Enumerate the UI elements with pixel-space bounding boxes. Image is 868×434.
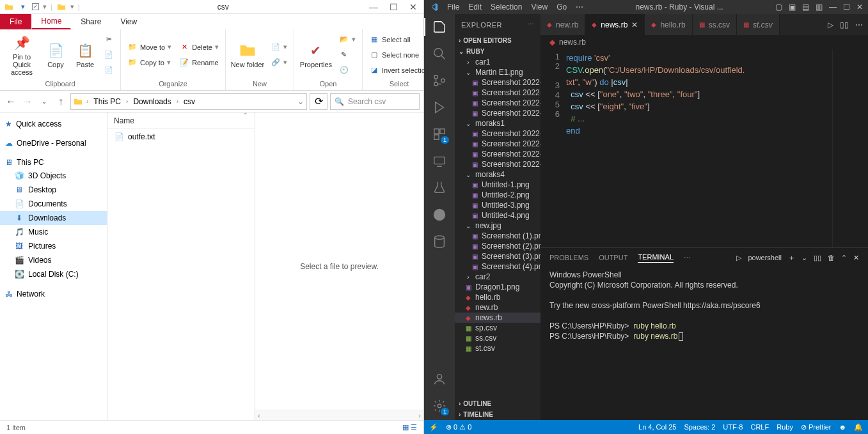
- horizontal-scrollbar[interactable]: ‹›: [255, 410, 423, 420]
- tree-item[interactable]: ◆hello.rb: [455, 292, 541, 302]
- delete-button[interactable]: ✕Delete▾: [177, 41, 221, 54]
- edit-button[interactable]: ✎: [336, 49, 358, 61]
- prettier[interactable]: ⊘ Prettier: [801, 423, 832, 431]
- tree-item[interactable]: ▣Dragon1.png: [455, 282, 541, 292]
- copypath-button[interactable]: 📄: [101, 49, 116, 61]
- crumb[interactable]: Downloads: [132, 97, 172, 106]
- close-tab-button[interactable]: ✕: [631, 20, 638, 29]
- history-button[interactable]: 🕘: [336, 64, 358, 77]
- tree-item[interactable]: ▣Untitled-1.png: [455, 180, 541, 190]
- nav-item[interactable]: 📄Documents: [0, 197, 107, 211]
- nav-item[interactable]: 🎬Videos: [0, 253, 107, 267]
- github-icon[interactable]: [432, 207, 447, 222]
- tab-view[interactable]: View: [111, 14, 146, 29]
- settings-icon[interactable]: 1: [432, 398, 447, 414]
- tree-item[interactable]: ›car2: [455, 272, 541, 282]
- copyto-button[interactable]: 📁Copy to▾: [125, 56, 174, 69]
- editor-tab[interactable]: ◆news.rb✕: [585, 14, 645, 35]
- tree-item[interactable]: ▣Screenshot 2022-01-...: [455, 139, 541, 149]
- explorer-icon[interactable]: [432, 19, 447, 35]
- paste-button[interactable]: 📋 Paste: [72, 32, 99, 78]
- properties-button[interactable]: ✔ Properties: [298, 32, 334, 78]
- layout-icon[interactable]: ▥: [816, 3, 823, 12]
- crumb[interactable]: csv: [182, 97, 196, 106]
- menu-selection[interactable]: Selection: [491, 3, 522, 12]
- tree-item[interactable]: ▣Screenshot (2).png: [455, 241, 541, 251]
- tree-item[interactable]: ▣Screenshot (1).png: [455, 231, 541, 241]
- menu-file[interactable]: File: [447, 3, 459, 12]
- tree-item[interactable]: ▣Untitled-2.png: [455, 190, 541, 200]
- invert-button[interactable]: ◪Invert selection: [367, 64, 432, 77]
- eol[interactable]: CRLF: [750, 423, 769, 431]
- pin-quickaccess-button[interactable]: 📌 Pin to Quick access: [4, 32, 40, 78]
- cut-button[interactable]: ✂: [101, 33, 116, 46]
- network[interactable]: 🖧Network: [0, 288, 107, 300]
- extensions-icon[interactable]: 1: [432, 127, 447, 142]
- tree-item[interactable]: ▣Screenshot 2022-02-...: [455, 159, 541, 169]
- up-button[interactable]: ↑: [54, 95, 68, 109]
- nav-item[interactable]: 🎵Music: [0, 225, 107, 239]
- editor[interactable]: 12 3456 require 'csv' CSV.open("C:/Users…: [541, 49, 868, 247]
- pasteshortcut-button[interactable]: 📄: [101, 64, 116, 77]
- maximize-button[interactable]: ☐: [390, 2, 398, 12]
- layout-icon[interactable]: ▤: [802, 3, 809, 12]
- tree-item[interactable]: ▣Screenshot 2022-02-...: [455, 108, 541, 118]
- address-bar[interactable]: › This PC› Downloads› csv ⌄: [70, 93, 307, 110]
- account-icon[interactable]: [432, 371, 447, 387]
- panel-problems[interactable]: PROBLEMS: [549, 254, 588, 261]
- scm-icon[interactable]: [432, 73, 447, 88]
- tree-item[interactable]: ▣Screenshot 2022-02-...: [455, 88, 541, 98]
- editor-tab[interactable]: ◆new.rb: [541, 14, 585, 35]
- feedback-icon[interactable]: ☻: [839, 423, 846, 431]
- tree-item[interactable]: ⌄Martin E1.png: [455, 67, 541, 77]
- copy-button[interactable]: 📄 Copy: [42, 32, 69, 78]
- tree-item[interactable]: ▦sp.csv: [455, 323, 541, 333]
- tree-item[interactable]: ⌄moraks1: [455, 118, 541, 128]
- quick-access[interactable]: ★Quick access: [0, 118, 107, 130]
- file-row[interactable]: 📄 outfe.txt: [107, 129, 255, 144]
- rename-button[interactable]: 📝Rename: [177, 56, 221, 69]
- tree-item[interactable]: ◆news.rb: [455, 313, 541, 323]
- bell-icon[interactable]: 🔔: [854, 423, 863, 431]
- search-icon[interactable]: [432, 46, 447, 61]
- outline-section[interactable]: ›OUTLINE: [455, 398, 541, 409]
- nav-item[interactable]: 🧊3D Objects: [0, 169, 107, 183]
- root-section[interactable]: ⌄RUBY: [455, 46, 541, 57]
- timeline-section[interactable]: ›TIMELINE: [455, 409, 541, 420]
- moveto-button[interactable]: 📁Move to▾: [125, 41, 174, 54]
- editor-tab[interactable]: ◆hello.rb: [645, 14, 692, 35]
- tree-item[interactable]: ▣Screenshot (3).png: [455, 251, 541, 261]
- refresh-button[interactable]: ⟳: [310, 93, 327, 110]
- tree-item[interactable]: ▣Screenshot 2022-01-...: [455, 128, 541, 139]
- tree-item[interactable]: ⌄moraks4: [455, 169, 541, 180]
- newitem-button[interactable]: 📄▾: [268, 41, 290, 54]
- chevron-down-icon[interactable]: ⌄: [801, 254, 807, 262]
- minimize-button[interactable]: —: [829, 3, 837, 12]
- errors-button[interactable]: ⊗ 0 ⚠ 0: [446, 423, 471, 431]
- tree-item[interactable]: ▦st.csv: [455, 343, 541, 353]
- tree-item[interactable]: ▣Screenshot (4).png: [455, 261, 541, 272]
- maximize-button[interactable]: ☐: [843, 3, 850, 12]
- crumb[interactable]: This PC: [92, 97, 122, 106]
- nav-item[interactable]: 🖥Desktop: [0, 183, 107, 197]
- editor-tab[interactable]: ▦st.csv: [737, 14, 780, 35]
- editor-tab[interactable]: ▦ss.csv: [693, 14, 737, 35]
- open-button[interactable]: 📂▾: [336, 33, 358, 46]
- minimap[interactable]: [832, 49, 868, 247]
- tree-item[interactable]: ▣Untitled-4.png: [455, 210, 541, 221]
- selectall-button[interactable]: ▦Select all: [367, 33, 432, 46]
- easyaccess-button[interactable]: 🔗▾: [268, 56, 290, 69]
- menu-more[interactable]: ⋯: [576, 3, 583, 12]
- more-icon[interactable]: ⋯: [855, 20, 863, 29]
- nav-item-downloads[interactable]: ⬇Downloads: [0, 211, 107, 225]
- checkbox-icon[interactable]: ✓: [32, 3, 39, 10]
- test-icon[interactable]: [432, 180, 447, 196]
- remote-icon[interactable]: [432, 153, 447, 169]
- minimize-button[interactable]: —: [369, 2, 378, 12]
- panel-more[interactable]: ⋯: [684, 254, 691, 262]
- menu-view[interactable]: View: [531, 3, 548, 12]
- debug-icon[interactable]: [432, 100, 447, 115]
- menu-go[interactable]: Go: [556, 3, 567, 12]
- tab-share[interactable]: Share: [71, 14, 111, 29]
- tree-item[interactable]: ▦ss.csv: [455, 333, 541, 343]
